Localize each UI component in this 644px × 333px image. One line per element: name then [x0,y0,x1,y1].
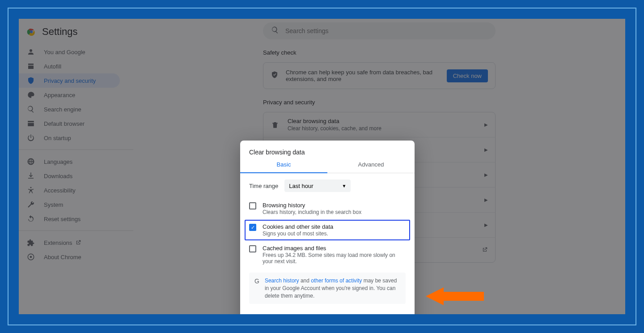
tab-basic[interactable]: Basic [240,161,327,173]
dialog-title: Clear browsing data [249,149,406,156]
google-icon: G [254,277,259,299]
option-title: Cached images and files [263,245,406,252]
checkbox-cached[interactable] [249,245,256,252]
info-text: Search history and other forms of activi… [265,277,400,299]
time-range-value: Last hour [289,183,313,189]
svg-marker-7 [426,287,484,305]
annotation-arrow-icon [426,285,484,309]
option-sub: Clears history, including in the search … [263,209,406,215]
checkbox-browsing-history[interactable] [249,202,256,209]
option-sub: Signs you out of most sites. [263,231,406,237]
clear-browsing-data-dialog: Clear browsing data Basic Advanced Time … [240,141,415,314]
tab-advanced[interactable]: Advanced [327,161,415,173]
option-cached-images[interactable]: Cached images and filesFrees up 34.2 MB.… [249,241,406,268]
search-history-link[interactable]: Search history [265,278,299,284]
option-cookies[interactable]: Cookies and other site dataSigns you out… [245,220,410,240]
checkbox-cookies[interactable] [249,224,256,231]
option-title: Cookies and other site data [263,223,406,230]
time-range-label: Time range [249,183,278,189]
dialog-tabs: Basic Advanced [240,161,415,173]
option-browsing-history[interactable]: Browsing historyClears history, includin… [249,198,406,219]
other-activity-link[interactable]: other forms of activity [311,278,362,284]
option-sub: Frees up 34.2 MB. Some sites may load mo… [263,252,406,265]
chevron-down-icon: ▼ [342,184,346,188]
google-account-info: G Search history and other forms of acti… [249,273,406,304]
option-title: Browsing history [263,202,406,209]
time-range-select[interactable]: Last hour▼ [284,179,351,192]
